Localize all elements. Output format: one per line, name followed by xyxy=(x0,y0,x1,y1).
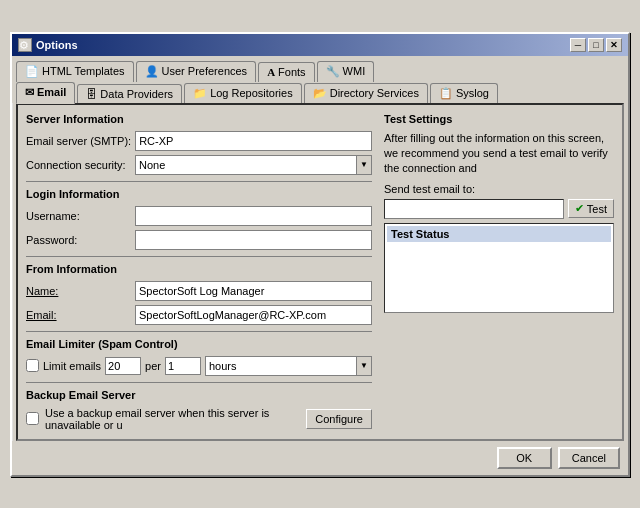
content-area: Server Information Email server (SMTP): … xyxy=(16,103,624,441)
log-repositories-icon: 📁 xyxy=(193,87,207,100)
tab-syslog-label: Syslog xyxy=(456,87,489,99)
wmi-icon: 🔧 xyxy=(326,65,340,78)
backup-section-title: Backup Email Server xyxy=(26,389,372,401)
tab-email-label: Email xyxy=(37,86,66,98)
tab-data-providers[interactable]: 🗄 Data Providers xyxy=(77,84,182,104)
email-server-row: Email server (SMTP): xyxy=(26,131,372,151)
username-row: Username: xyxy=(26,206,372,226)
tab-log-repositories-label: Log Repositories xyxy=(210,87,293,99)
from-email-input[interactable] xyxy=(135,305,372,325)
spam-checkbox[interactable] xyxy=(26,359,39,372)
test-email-input[interactable] xyxy=(384,199,564,219)
test-description: After filling out the information on thi… xyxy=(384,131,614,177)
tab-html-templates[interactable]: 📄 HTML Templates xyxy=(16,61,134,82)
spam-limit-label: Limit emails xyxy=(43,360,101,372)
tab-directory-services-label: Directory Services xyxy=(330,87,419,99)
directory-services-icon: 📂 xyxy=(313,87,327,100)
spam-limit-input[interactable] xyxy=(105,357,141,375)
spam-control-row: Limit emails per ▼ xyxy=(26,356,372,376)
test-status-box: Test Status xyxy=(384,223,614,313)
send-row: Send test email to: xyxy=(384,183,614,195)
window-title: Options xyxy=(36,39,78,51)
tab-fonts-label: Fonts xyxy=(278,66,306,78)
spam-per-label: per xyxy=(145,360,161,372)
from-email-label: Email: xyxy=(26,309,131,321)
options-dialog: ⚙ Options ─ □ ✕ 📄 HTML Templates 👤 User … xyxy=(10,32,630,477)
minimize-button[interactable]: ─ xyxy=(570,38,586,52)
spam-section-title: Email Limiter (Spam Control) xyxy=(26,338,372,350)
email-server-input[interactable] xyxy=(135,131,372,151)
connection-security-dropdown-arrow[interactable]: ▼ xyxy=(356,155,372,175)
tab-fonts[interactable]: A Fonts xyxy=(258,62,314,82)
send-label: Send test email to: xyxy=(384,183,475,195)
tab-email[interactable]: ✉ Email xyxy=(16,82,75,104)
username-label: Username: xyxy=(26,210,131,222)
syslog-icon: 📋 xyxy=(439,87,453,100)
title-controls: ─ □ ✕ xyxy=(570,38,622,52)
ok-button[interactable]: OK xyxy=(497,447,552,469)
test-button[interactable]: ✔ Test xyxy=(568,199,614,218)
password-label: Password: xyxy=(26,234,131,246)
right-column: Test Settings After filling out the info… xyxy=(384,113,614,431)
tab-user-preferences[interactable]: 👤 User Preferences xyxy=(136,61,257,82)
test-section-title: Test Settings xyxy=(384,113,614,125)
close-button[interactable]: ✕ xyxy=(606,38,622,52)
spam-unit-input[interactable] xyxy=(205,356,356,376)
tab-wmi-label: WMI xyxy=(343,65,366,77)
bottom-bar: OK Cancel xyxy=(12,441,628,475)
backup-checkbox[interactable] xyxy=(26,412,39,425)
tab-log-repositories[interactable]: 📁 Log Repositories xyxy=(184,83,302,104)
tab-bar-row1: 📄 HTML Templates 👤 User Preferences A Fo… xyxy=(12,56,628,81)
from-name-label: Name: xyxy=(26,285,131,297)
title-bar-left: ⚙ Options xyxy=(18,38,78,52)
spam-unit-arrow[interactable]: ▼ xyxy=(356,356,372,376)
cancel-button[interactable]: Cancel xyxy=(558,447,620,469)
title-bar: ⚙ Options ─ □ ✕ xyxy=(12,34,628,56)
backup-row: Use a backup email server when this serv… xyxy=(26,407,372,431)
window-icon: ⚙ xyxy=(18,38,32,52)
tab-data-providers-label: Data Providers xyxy=(100,88,173,100)
login-section-title: Login Information xyxy=(26,188,372,200)
data-providers-icon: 🗄 xyxy=(86,88,97,100)
test-checkmark-icon: ✔ xyxy=(575,202,584,215)
server-section-title: Server Information xyxy=(26,113,372,125)
test-email-row: ✔ Test xyxy=(384,199,614,219)
from-email-row: Email: xyxy=(26,305,372,325)
spam-per-input[interactable] xyxy=(165,357,201,375)
maximize-button[interactable]: □ xyxy=(588,38,604,52)
email-server-label: Email server (SMTP): xyxy=(26,135,131,147)
user-preferences-icon: 👤 xyxy=(145,65,159,78)
left-column: Server Information Email server (SMTP): … xyxy=(26,113,372,431)
connection-security-label: Connection security: xyxy=(26,159,131,171)
tab-user-preferences-label: User Preferences xyxy=(162,65,248,77)
spam-unit-combo: ▼ xyxy=(205,356,372,376)
connection-security-row: Connection security: ▼ xyxy=(26,155,372,175)
password-row: Password: xyxy=(26,230,372,250)
test-btn-label: Test xyxy=(587,203,607,215)
password-input[interactable] xyxy=(135,230,372,250)
from-name-input[interactable] xyxy=(135,281,372,301)
html-templates-icon: 📄 xyxy=(25,65,39,78)
from-name-row: Name: xyxy=(26,281,372,301)
connection-security-combo: ▼ xyxy=(135,155,372,175)
tab-syslog[interactable]: 📋 Syslog xyxy=(430,83,498,104)
backup-text: Use a backup email server when this serv… xyxy=(45,407,300,431)
email-tab-icon: ✉ xyxy=(25,86,34,99)
test-status-header: Test Status xyxy=(387,226,611,242)
fonts-icon: A xyxy=(267,66,275,78)
tab-html-templates-label: HTML Templates xyxy=(42,65,125,77)
from-section-title: From Information xyxy=(26,263,372,275)
connection-security-input[interactable] xyxy=(135,155,356,175)
tab-wmi[interactable]: 🔧 WMI xyxy=(317,61,375,82)
tab-directory-services[interactable]: 📂 Directory Services xyxy=(304,83,428,104)
username-input[interactable] xyxy=(135,206,372,226)
configure-button[interactable]: Configure xyxy=(306,409,372,429)
